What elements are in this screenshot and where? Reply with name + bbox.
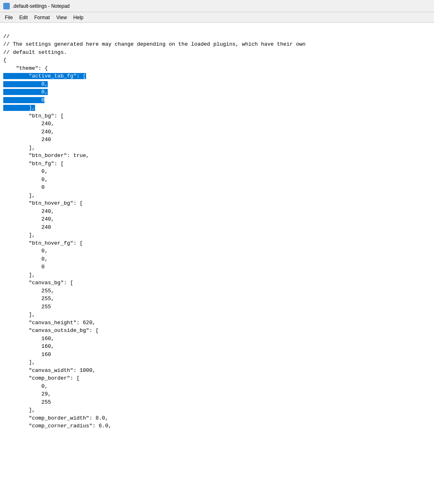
editor-line: 160, — [3, 343, 431, 351]
editor-line: 240 — [3, 136, 431, 144]
editor-line: 0, — [3, 88, 431, 96]
editor-line: 255, — [3, 287, 431, 295]
title-bar: .default-settings - Notepad — [0, 0, 434, 12]
editor-line: // The settings generated here may chang… — [3, 40, 431, 49]
editor-line: 0, — [3, 382, 431, 391]
editor-line: "active_tab_fg": [ — [3, 72, 431, 80]
editor-line: ], — [3, 311, 431, 319]
menu-item-menu-help[interactable]: Help — [70, 14, 87, 21]
editor-line: 160, — [3, 335, 431, 343]
editor-line: "comp_border_width": 8.0, — [3, 414, 431, 422]
editor-line: "btn_fg": [ — [3, 160, 431, 168]
editor-line: 240, — [3, 120, 431, 128]
editor-line: "comp_border": [ — [3, 374, 431, 382]
editor-line: 255, — [3, 295, 431, 303]
menu-item-menu-edit[interactable]: Edit — [16, 14, 31, 21]
editor-line: 0, — [3, 168, 431, 176]
editor-line: "comp_corner_radius": 6.0, — [3, 422, 431, 430]
editor-line: 255 — [3, 398, 431, 407]
editor-line: 0 — [3, 96, 431, 104]
editor-line: ], — [3, 231, 431, 239]
editor-area[interactable]: //// The settings generated here may cha… — [0, 23, 434, 504]
editor-line: // default settings. — [3, 49, 431, 57]
editor-line: "btn_hover_bg": [ — [3, 199, 431, 208]
window-title: .default-settings - Notepad — [12, 3, 70, 9]
editor-line: "canvas_bg": [ — [3, 279, 431, 287]
editor-line: 255 — [3, 303, 431, 311]
editor-line: 240 — [3, 223, 431, 232]
selected-text: 0 — [3, 97, 44, 103]
editor-line: "btn_bg": [ — [3, 112, 431, 120]
menu-item-menu-view[interactable]: View — [53, 14, 70, 21]
editor-line: 29, — [3, 390, 431, 398]
editor-line: 0, — [3, 176, 431, 184]
editor-line: 0, — [3, 80, 431, 88]
editor-line: 0 — [3, 263, 431, 271]
editor-line: "canvas_height": 620, — [3, 319, 431, 327]
editor-line: ], — [3, 358, 431, 367]
editor-line: ], — [3, 271, 431, 279]
editor-line: ], — [3, 104, 431, 112]
app-icon — [3, 3, 10, 9]
editor-line: 240, — [3, 128, 431, 136]
editor-line: 0 — [3, 183, 431, 192]
selected-text: ], — [3, 105, 35, 111]
menu-item-menu-file[interactable]: File — [2, 14, 16, 21]
selected-text: "active_tab_fg": [ — [3, 73, 86, 79]
menu-bar: FileEditFormatViewHelp — [0, 12, 434, 23]
selected-text: 0, — [3, 81, 48, 87]
editor-line: "theme": { — [3, 64, 431, 73]
editor-line: 0, — [3, 255, 431, 263]
editor-line: "btn_border": true, — [3, 152, 431, 160]
editor-line: "canvas_outside_bg": [ — [3, 327, 431, 335]
editor-line: 240, — [3, 215, 431, 223]
editor-line: ], — [3, 144, 431, 152]
editor-line: ], — [3, 406, 431, 414]
editor-line: 240, — [3, 208, 431, 216]
editor-line: 0, — [3, 247, 431, 255]
editor-line: ], — [3, 192, 431, 200]
editor-line: // — [3, 33, 431, 41]
editor-line: { — [3, 56, 431, 64]
editor-line: 160 — [3, 351, 431, 359]
menu-item-menu-format[interactable]: Format — [31, 14, 53, 21]
editor-line: "canvas_width": 1000, — [3, 367, 431, 375]
editor-line: "btn_hover_fg": [ — [3, 239, 431, 248]
selected-text: 0, — [3, 89, 48, 95]
